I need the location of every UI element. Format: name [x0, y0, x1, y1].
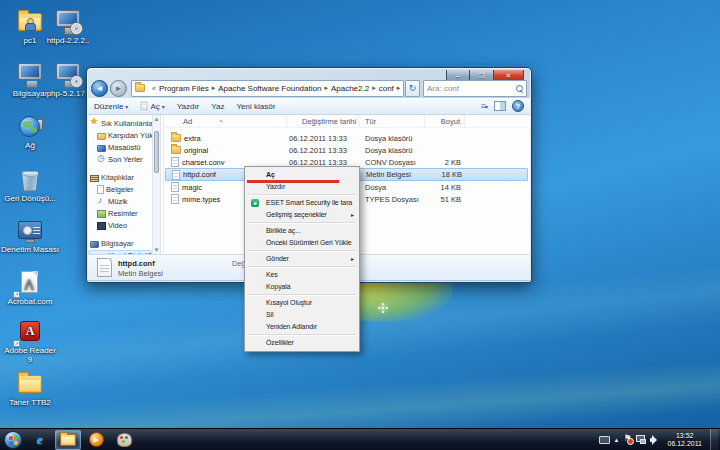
- desktop-icon-label: Geri Dönüşü...: [4, 194, 56, 203]
- desktop-icon-acrobat-com[interactable]: ⋀↗ Acrobat.com: [1, 269, 59, 306]
- breadcrumb-segment[interactable]: Apache2.2: [331, 84, 369, 93]
- print-button[interactable]: Yazdır: [177, 102, 200, 111]
- column-header-date[interactable]: Değiştirme tarihi: [287, 115, 359, 128]
- installer-icon: [53, 61, 83, 88]
- taskbar-explorer-active[interactable]: [55, 430, 81, 450]
- sidebar-section-computer[interactable]: Bilgisayar: [88, 238, 152, 249]
- file-name: magic: [182, 183, 202, 192]
- breadcrumb-segment[interactable]: Apache Software Foundation: [218, 84, 321, 93]
- menu-item-advanced-options[interactable]: Gelişmiş seçenekler▸: [246, 209, 358, 221]
- sidebar-item-desktop[interactable]: Masaüstü: [88, 142, 152, 153]
- breadcrumb-separator[interactable]: ▸: [397, 84, 401, 92]
- show-hidden-icons-arrow[interactable]: ▲: [614, 437, 620, 443]
- desktop-icon-label: Adobe Reader 9: [4, 346, 56, 364]
- menu-item-eset-scan[interactable]: eESET Smart Security ile tara: [246, 197, 358, 209]
- sidebar-item-documents[interactable]: Belgeler: [88, 184, 152, 195]
- back-button[interactable]: ◄: [91, 80, 108, 97]
- taskbar-clock[interactable]: 13:52 06.12.2011: [663, 432, 706, 448]
- tray-display-icon[interactable]: [599, 436, 610, 444]
- breadcrumb-dropdown-icon[interactable]: ▾: [403, 84, 404, 92]
- desktop-icon-network[interactable]: Ağ: [1, 113, 59, 150]
- taskbar-paint[interactable]: [111, 430, 137, 450]
- menu-item-print[interactable]: Yazdır: [246, 181, 358, 193]
- breadcrumb-segment[interactable]: conf: [379, 84, 394, 93]
- file-size: 51 KB: [425, 195, 465, 204]
- media-player-icon: ▶: [89, 432, 104, 447]
- search-input[interactable]: Ara: conf: [423, 80, 527, 97]
- organize-label: Düzenle: [94, 102, 123, 111]
- forward-button[interactable]: ►: [110, 80, 127, 97]
- menu-item-create-shortcut[interactable]: Kısayol Oluştur: [246, 297, 358, 309]
- recycle-bin-icon: [15, 166, 45, 193]
- new-folder-button[interactable]: Yeni klasör: [236, 102, 275, 111]
- organize-button[interactable]: Düzenle ▾: [94, 102, 128, 111]
- sidebar-item-pictures[interactable]: Resimler: [88, 208, 152, 219]
- breadcrumb-separator[interactable]: ▸: [372, 84, 376, 92]
- desktop-icon-control-panel[interactable]: Denetim Masası: [1, 217, 59, 254]
- file-name: httpd.conf: [183, 170, 216, 179]
- sidebar-item-video[interactable]: Video: [88, 220, 152, 231]
- desktop-icon-folder-taner[interactable]: Taner TTB2: [1, 370, 59, 407]
- menu-item-delete[interactable]: Sil: [246, 309, 358, 321]
- sort-ascending-icon: ▴: [220, 115, 223, 127]
- views-button[interactable]: ≡▾: [481, 101, 488, 111]
- desktop-icon-httpd-installer[interactable]: httpd-2.2.2..: [39, 8, 97, 45]
- network-tray-icon[interactable]: [636, 435, 646, 444]
- column-header-size[interactable]: Boyut: [425, 115, 465, 128]
- breadcrumb-segment[interactable]: Program Files: [159, 84, 209, 93]
- help-button[interactable]: ?: [512, 100, 524, 112]
- libraries-icon: [90, 175, 99, 182]
- preview-pane-button[interactable]: [494, 101, 506, 111]
- acrobat-shortcut-icon: ⋀↗: [15, 269, 45, 296]
- scroll-up-icon[interactable]: ▲: [153, 115, 160, 123]
- burn-button[interactable]: Yaz: [211, 102, 224, 111]
- scrollbar-thumb[interactable]: [154, 131, 159, 173]
- document-icon: [97, 185, 104, 194]
- file-row-extra[interactable]: extra 06.12.2011 13:33 Dosya klasörü: [165, 132, 528, 144]
- menu-item-cut[interactable]: Kes: [246, 269, 358, 281]
- file-size: 14 KB: [425, 183, 465, 192]
- folder-icon: [97, 133, 106, 140]
- desktop-icon-adobe-reader[interactable]: A↗ Adobe Reader 9: [1, 318, 59, 364]
- sidebar-section-favorites[interactable]: Sık Kullanılanlar: [88, 118, 152, 129]
- open-button[interactable]: Aç ▾: [140, 101, 164, 111]
- taskbar-internet-explorer[interactable]: e: [27, 430, 53, 450]
- menu-item-open-with[interactable]: Birlikte aç...: [246, 225, 358, 237]
- document-icon: [171, 182, 179, 192]
- document-icon: [141, 102, 148, 111]
- action-center-flag-icon[interactable]: [623, 435, 632, 445]
- breadcrumb[interactable]: « Program Files ▸ Apache Software Founda…: [131, 80, 404, 97]
- menu-separator: [248, 294, 356, 296]
- breadcrumb-separator[interactable]: ▸: [324, 84, 328, 92]
- breadcrumb-separator[interactable]: ▸: [212, 84, 216, 92]
- menu-item-restore-previous-versions[interactable]: Önceki Sürümleri Geri Yükle: [246, 237, 358, 249]
- volume-tray-icon[interactable]: [650, 435, 659, 444]
- menu-item-rename[interactable]: Yeniden Adlandır: [246, 321, 358, 333]
- start-button[interactable]: [0, 429, 26, 450]
- menu-item-properties[interactable]: Özellikler: [246, 337, 358, 349]
- column-header-type[interactable]: Tür: [359, 115, 425, 128]
- breadcrumb-overflow[interactable]: «: [152, 85, 156, 92]
- menu-separator: [248, 194, 356, 196]
- show-desktop-button[interactable]: [710, 429, 718, 450]
- sidebar-item-recent[interactable]: Son Yerler: [88, 154, 152, 165]
- scroll-down-icon[interactable]: ▼: [153, 246, 160, 254]
- sidebar-item-downloads[interactable]: Karşıdan Yüklem: [88, 130, 152, 141]
- sidebar-item-label: Karşıdan Yüklem: [108, 131, 152, 140]
- menu-item-copy[interactable]: Kopyala: [246, 281, 358, 293]
- refresh-button[interactable]: ↻: [405, 80, 420, 97]
- sidebar-item-music[interactable]: Müzik: [88, 196, 152, 207]
- desktop-icon-label: httpd-2.2.2..: [47, 36, 90, 45]
- taskbar-media-player[interactable]: ▶: [83, 430, 109, 450]
- sidebar-section-libraries[interactable]: Kitaplıklar: [88, 172, 152, 183]
- file-row-original[interactable]: original 06.12.2011 13:33 Dosya klasörü: [165, 144, 528, 156]
- document-icon: [172, 170, 180, 180]
- clock-date: 06.12.2011: [667, 440, 702, 448]
- menu-item-send-to[interactable]: Gönder▸: [246, 253, 358, 265]
- menu-separator: [248, 266, 356, 268]
- sidebar-scrollbar[interactable]: ▲ ▼: [152, 115, 161, 254]
- column-header-name[interactable]: ▴Ad: [165, 115, 287, 128]
- sidebar-item-label: Masaüstü: [108, 143, 141, 152]
- desktop-icon-recycle-bin[interactable]: Geri Dönüşü...: [1, 166, 59, 203]
- file-name: original: [184, 146, 208, 155]
